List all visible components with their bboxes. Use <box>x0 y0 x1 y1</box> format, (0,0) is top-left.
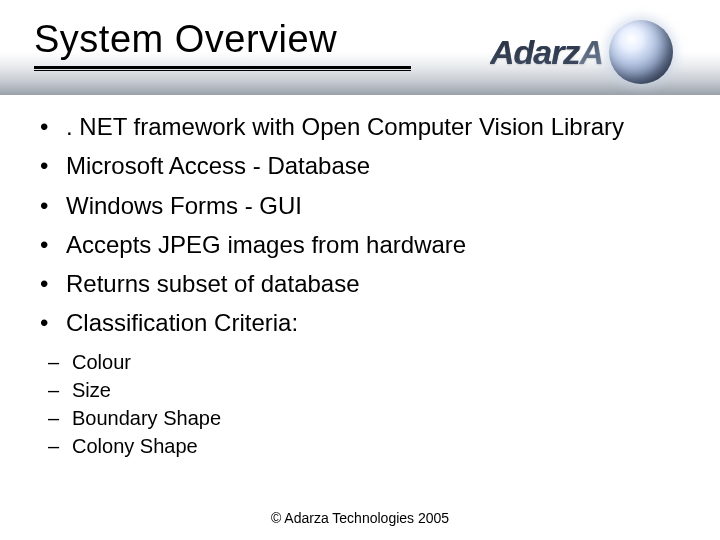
title-area: System Overview <box>34 18 337 61</box>
list-item: Colony Shape <box>44 432 676 460</box>
list-item: . NET framework with Open Computer Visio… <box>36 112 676 141</box>
list-item: Boundary Shape <box>44 404 676 432</box>
list-item: Size <box>44 376 676 404</box>
logo-sphere-icon <box>609 20 673 84</box>
bullet-list: . NET framework with Open Computer Visio… <box>36 112 676 338</box>
title-underline-thick <box>34 66 411 69</box>
list-item: Windows Forms - GUI <box>36 191 676 220</box>
footer-copyright: © Adarza Technologies 2005 <box>0 510 720 526</box>
sub-bullet-list: Colour Size Boundary Shape Colony Shape <box>44 348 676 460</box>
logo: AdarzA <box>490 6 720 98</box>
list-item: Accepts JPEG images from hardware <box>36 230 676 259</box>
list-item: Classification Criteria: <box>36 308 676 337</box>
title-underline-thin <box>34 70 411 71</box>
slide-title: System Overview <box>34 18 337 61</box>
logo-text: AdarzA <box>490 33 603 72</box>
list-item: Microsoft Access - Database <box>36 151 676 180</box>
list-item: Returns subset of database <box>36 269 676 298</box>
list-item: Colour <box>44 348 676 376</box>
content-area: . NET framework with Open Computer Visio… <box>36 112 676 460</box>
